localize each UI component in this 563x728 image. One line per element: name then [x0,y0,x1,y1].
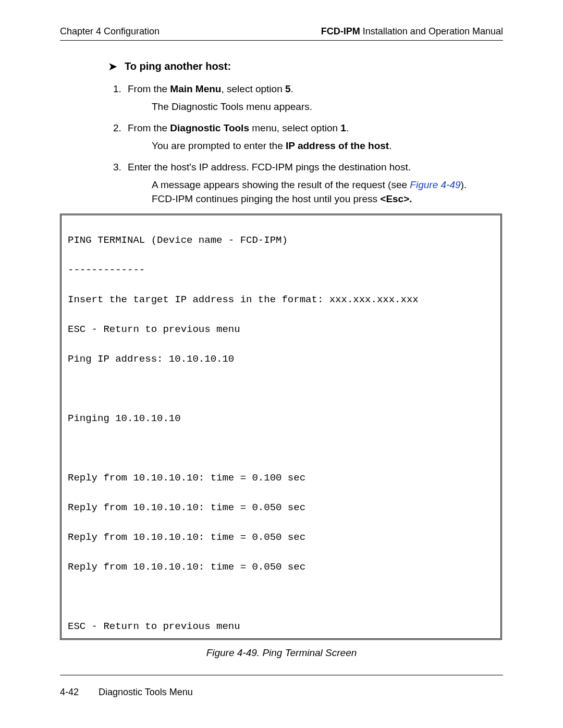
footer-section-title: Diagnostic Tools Menu [99,687,193,698]
figure-reference-link[interactable]: Figure 4-49 [410,179,460,190]
page-footer: 4-42 Diagnostic Tools Menu [60,675,503,698]
header-left: Chapter 4 Configuration [60,26,160,37]
step2-sub: You are prompted to enter the IP address… [152,139,488,153]
term-line: Reply from 10.10.10.10: time = 0.050 sec [68,500,494,515]
term-blank [68,441,494,456]
term-line: ESC - Return to previous menu [68,322,494,337]
step1-bold2: 5 [285,83,291,94]
step-3: Enter the host's IP address. FCD-IPM pin… [128,160,488,206]
header-right-bold: FCD-IPM [321,26,360,36]
step1-pre: From the [128,83,170,94]
step-list: From the Main Menu, select option 5. The… [128,82,488,206]
step2-sub-bold: IP address of the host [286,140,389,151]
task-heading: ➤ To ping another host: [108,60,488,72]
term-line: PING TERMINAL (Device name - FCD-IPM) [68,233,494,248]
step2-pre: From the [128,122,170,133]
term-line: Reply from 10.10.10.10: time = 0.050 sec [68,560,494,575]
step2-bold1: Diagnostic Tools [170,122,249,133]
step1-sub: The Diagnostic Tools menu appears. [152,100,488,114]
term-line: Pinging 10.10.10.10 [68,411,494,426]
step3-sub-bold: <Esc>. [380,193,412,204]
step-1: From the Main Menu, select option 5. The… [128,82,488,114]
step3-sub: A message appears showing the result of … [152,178,488,206]
term-blank [68,381,494,397]
step1-bold1: Main Menu [170,83,221,94]
step2-sub-pre: You are prompted to enter the [152,140,286,151]
step1-mid: , select option [221,83,285,94]
term-line: Reply from 10.10.10.10: time = 0.050 sec [68,530,494,545]
running-header: Chapter 4 Configuration FCD-IPM Installa… [60,26,503,41]
term-line: Ping IP address: 10.10.10.10 [68,352,494,367]
term-line: ------------- [68,263,494,278]
step2-sub-post: . [389,140,391,151]
step-2: From the Diagnostic Tools menu, select o… [128,121,488,153]
term-line: Reply from 10.10.10.10: time = 0.100 sec [68,471,494,486]
header-right-rest: Installation and Operation Manual [360,26,503,36]
task-title: To ping another host: [125,60,231,72]
term-line: Insert the target IP address in the form… [68,292,494,307]
step2-bold2: 1 [340,122,346,133]
header-right: FCD-IPM Installation and Operation Manua… [321,26,503,37]
page-number: 4-42 [60,687,79,698]
content: ➤ To ping another host: From the Main Me… [108,60,488,206]
step2-mid: menu, select option [249,122,340,133]
figure-caption: Figure 4-49. Ping Terminal Screen [60,647,503,659]
term-blank [68,589,494,604]
page: Chapter 4 Configuration FCD-IPM Installa… [60,26,503,659]
step3-line: Enter the host's IP address. FCD-IPM pin… [128,162,411,172]
step1-post: . [291,83,293,94]
step3-sub-pre: A message appears showing the result of … [152,179,410,190]
arrow-icon: ➤ [108,61,117,72]
term-line: ESC - Return to previous menu [68,619,494,634]
step2-post: . [346,122,349,133]
ping-terminal-screen: PING TERMINAL (Device name - FCD-IPM) --… [60,214,502,640]
